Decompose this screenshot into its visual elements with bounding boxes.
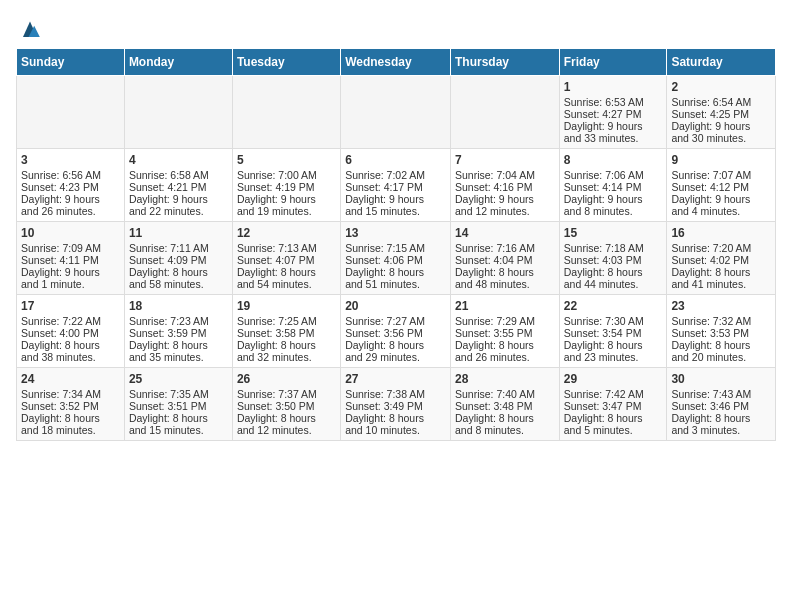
day-info: Sunrise: 7:34 AM bbox=[21, 388, 120, 400]
day-info: Daylight: 8 hours bbox=[455, 266, 555, 278]
calendar-cell: 6Sunrise: 7:02 AMSunset: 4:17 PMDaylight… bbox=[341, 149, 451, 222]
day-number: 4 bbox=[129, 153, 228, 167]
day-number: 28 bbox=[455, 372, 555, 386]
calendar-week-5: 24Sunrise: 7:34 AMSunset: 3:52 PMDayligh… bbox=[17, 368, 776, 441]
calendar-cell: 15Sunrise: 7:18 AMSunset: 4:03 PMDayligh… bbox=[559, 222, 667, 295]
day-number: 9 bbox=[671, 153, 771, 167]
day-info: and 23 minutes. bbox=[564, 351, 663, 363]
day-number: 7 bbox=[455, 153, 555, 167]
day-number: 17 bbox=[21, 299, 120, 313]
weekday-header-monday: Monday bbox=[124, 49, 232, 76]
calendar-cell: 21Sunrise: 7:29 AMSunset: 3:55 PMDayligh… bbox=[450, 295, 559, 368]
day-info: Sunrise: 7:32 AM bbox=[671, 315, 771, 327]
day-info: Sunrise: 7:30 AM bbox=[564, 315, 663, 327]
day-info: Daylight: 8 hours bbox=[564, 339, 663, 351]
day-info: Sunrise: 7:27 AM bbox=[345, 315, 446, 327]
day-info: Daylight: 9 hours bbox=[129, 193, 228, 205]
day-info: and 58 minutes. bbox=[129, 278, 228, 290]
day-info: Sunrise: 7:00 AM bbox=[237, 169, 336, 181]
calendar-cell: 28Sunrise: 7:40 AMSunset: 3:48 PMDayligh… bbox=[450, 368, 559, 441]
day-number: 13 bbox=[345, 226, 446, 240]
day-info: and 44 minutes. bbox=[564, 278, 663, 290]
day-number: 6 bbox=[345, 153, 446, 167]
day-info: Sunrise: 7:25 AM bbox=[237, 315, 336, 327]
day-info: and 54 minutes. bbox=[237, 278, 336, 290]
day-info: and 18 minutes. bbox=[21, 424, 120, 436]
calendar-cell: 30Sunrise: 7:43 AMSunset: 3:46 PMDayligh… bbox=[667, 368, 776, 441]
day-info: Sunrise: 7:43 AM bbox=[671, 388, 771, 400]
calendar-cell: 20Sunrise: 7:27 AMSunset: 3:56 PMDayligh… bbox=[341, 295, 451, 368]
day-info: and 41 minutes. bbox=[671, 278, 771, 290]
day-info: Sunset: 3:55 PM bbox=[455, 327, 555, 339]
day-number: 14 bbox=[455, 226, 555, 240]
day-info: and 1 minute. bbox=[21, 278, 120, 290]
weekday-header-row: SundayMondayTuesdayWednesdayThursdayFrid… bbox=[17, 49, 776, 76]
calendar-cell: 23Sunrise: 7:32 AMSunset: 3:53 PMDayligh… bbox=[667, 295, 776, 368]
day-info: Daylight: 8 hours bbox=[129, 412, 228, 424]
day-number: 12 bbox=[237, 226, 336, 240]
day-info: Sunset: 3:47 PM bbox=[564, 400, 663, 412]
day-number: 26 bbox=[237, 372, 336, 386]
day-number: 29 bbox=[564, 372, 663, 386]
day-info: Sunrise: 7:18 AM bbox=[564, 242, 663, 254]
day-number: 3 bbox=[21, 153, 120, 167]
day-info: Sunset: 4:27 PM bbox=[564, 108, 663, 120]
day-info: and 26 minutes. bbox=[21, 205, 120, 217]
day-info: and 32 minutes. bbox=[237, 351, 336, 363]
day-info: Daylight: 8 hours bbox=[129, 266, 228, 278]
day-info: and 5 minutes. bbox=[564, 424, 663, 436]
day-info: Daylight: 8 hours bbox=[564, 412, 663, 424]
day-number: 20 bbox=[345, 299, 446, 313]
day-info: Sunset: 4:00 PM bbox=[21, 327, 120, 339]
calendar-cell: 19Sunrise: 7:25 AMSunset: 3:58 PMDayligh… bbox=[232, 295, 340, 368]
day-info: and 10 minutes. bbox=[345, 424, 446, 436]
weekday-header-friday: Friday bbox=[559, 49, 667, 76]
day-number: 19 bbox=[237, 299, 336, 313]
day-info: Daylight: 8 hours bbox=[21, 339, 120, 351]
calendar-cell: 29Sunrise: 7:42 AMSunset: 3:47 PMDayligh… bbox=[559, 368, 667, 441]
day-info: Sunrise: 7:37 AM bbox=[237, 388, 336, 400]
day-info: Sunset: 4:19 PM bbox=[237, 181, 336, 193]
calendar-cell: 25Sunrise: 7:35 AMSunset: 3:51 PMDayligh… bbox=[124, 368, 232, 441]
calendar-cell bbox=[450, 76, 559, 149]
day-info: and 8 minutes. bbox=[455, 424, 555, 436]
day-info: Sunset: 3:48 PM bbox=[455, 400, 555, 412]
calendar-header: SundayMondayTuesdayWednesdayThursdayFrid… bbox=[17, 49, 776, 76]
day-info: and 29 minutes. bbox=[345, 351, 446, 363]
day-info: Daylight: 8 hours bbox=[345, 266, 446, 278]
day-info: Sunset: 4:17 PM bbox=[345, 181, 446, 193]
day-info: Sunrise: 7:22 AM bbox=[21, 315, 120, 327]
day-number: 25 bbox=[129, 372, 228, 386]
day-info: Sunrise: 6:53 AM bbox=[564, 96, 663, 108]
day-info: Sunrise: 6:54 AM bbox=[671, 96, 771, 108]
day-info: and 19 minutes. bbox=[237, 205, 336, 217]
day-number: 2 bbox=[671, 80, 771, 94]
day-info: Daylight: 8 hours bbox=[237, 412, 336, 424]
day-number: 5 bbox=[237, 153, 336, 167]
day-info: Daylight: 9 hours bbox=[21, 266, 120, 278]
day-info: and 51 minutes. bbox=[345, 278, 446, 290]
calendar-cell: 16Sunrise: 7:20 AMSunset: 4:02 PMDayligh… bbox=[667, 222, 776, 295]
day-info: and 22 minutes. bbox=[129, 205, 228, 217]
day-info: Daylight: 8 hours bbox=[237, 266, 336, 278]
day-info: Daylight: 9 hours bbox=[345, 193, 446, 205]
calendar-cell: 18Sunrise: 7:23 AMSunset: 3:59 PMDayligh… bbox=[124, 295, 232, 368]
day-info: Sunset: 4:07 PM bbox=[237, 254, 336, 266]
calendar-cell: 11Sunrise: 7:11 AMSunset: 4:09 PMDayligh… bbox=[124, 222, 232, 295]
day-info: Sunset: 4:02 PM bbox=[671, 254, 771, 266]
day-info: Sunrise: 7:35 AM bbox=[129, 388, 228, 400]
day-info: Sunrise: 7:16 AM bbox=[455, 242, 555, 254]
calendar-cell bbox=[232, 76, 340, 149]
day-number: 8 bbox=[564, 153, 663, 167]
day-info: Sunset: 4:09 PM bbox=[129, 254, 228, 266]
day-number: 30 bbox=[671, 372, 771, 386]
day-info: Sunset: 3:56 PM bbox=[345, 327, 446, 339]
day-info: Daylight: 9 hours bbox=[671, 193, 771, 205]
day-info: and 15 minutes. bbox=[345, 205, 446, 217]
day-info: Daylight: 9 hours bbox=[455, 193, 555, 205]
day-info: Daylight: 8 hours bbox=[237, 339, 336, 351]
day-number: 21 bbox=[455, 299, 555, 313]
weekday-header-sunday: Sunday bbox=[17, 49, 125, 76]
day-info: Sunrise: 6:56 AM bbox=[21, 169, 120, 181]
day-info: Sunrise: 7:42 AM bbox=[564, 388, 663, 400]
